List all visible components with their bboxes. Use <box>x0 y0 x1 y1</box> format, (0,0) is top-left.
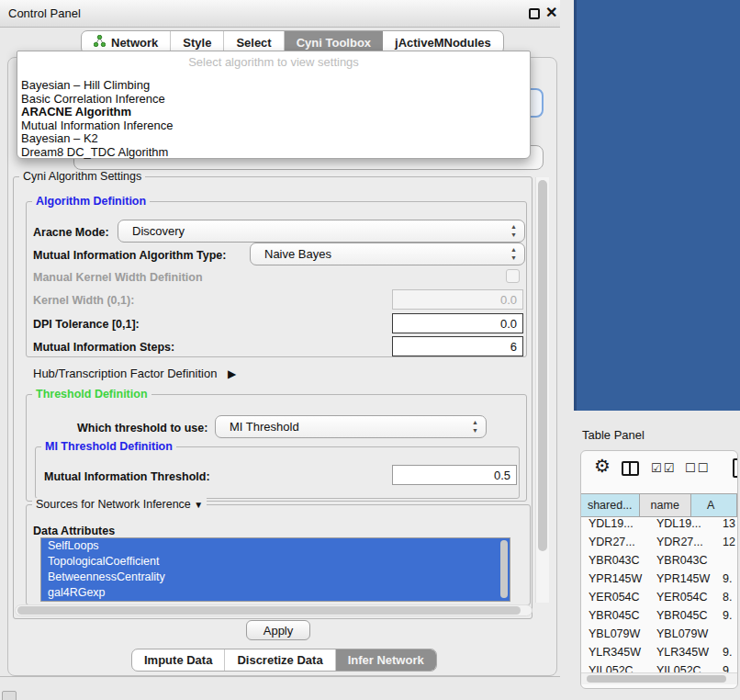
select-all-checkboxes-icon[interactable]: ☑☑ <box>651 461 676 475</box>
settings-horizontal-scrollbar[interactable] <box>15 604 533 616</box>
cell-value[interactable]: 8. <box>723 591 738 604</box>
which-threshold-select[interactable]: MI Threshold ▲▼ <box>215 415 487 438</box>
cell-name[interactable]: YPR145W <box>656 572 719 585</box>
which-threshold-label: Which threshold to use: <box>77 422 207 435</box>
combo-arrows-icon: ▲▼ <box>472 418 478 435</box>
cell-value[interactable]: 9. <box>723 646 738 659</box>
table-row[interactable]: YDL19... YDL19... 13 <box>581 517 737 536</box>
table-row[interactable]: YBL079W YBL079W <box>581 627 737 646</box>
cell-name[interactable]: YLR345W <box>656 646 719 659</box>
apply-button[interactable]: Apply <box>246 620 310 640</box>
cell-name[interactable]: YBL079W <box>656 627 719 640</box>
deselect-all-checkboxes-icon[interactable]: ☐☐ <box>685 461 710 475</box>
algorithm-dropdown-popup: Select algorithm to view settings Bayesi… <box>17 51 531 159</box>
float-window-button[interactable] <box>529 8 540 19</box>
cell-shared-name[interactable]: YER054C <box>589 591 653 604</box>
bottom-tabbar: Impute Data Discretize Data Infer Networ… <box>131 649 437 672</box>
tab-jactivemnodules-label: jActiveMNodules <box>395 36 491 50</box>
table-horizontal-scrollbar[interactable] <box>581 672 737 684</box>
dpi-tolerance-field[interactable]: 0.0 <box>392 313 523 333</box>
data-attribute-item[interactable]: TopologicalCoefficient <box>41 554 510 570</box>
column-header-name[interactable]: name <box>640 494 691 516</box>
cell-shared-name[interactable]: YDL19... <box>589 517 653 530</box>
hub-transcription-factor-label: Hub/Transcription Factor Definition <box>33 367 217 380</box>
data-attributes-label: Data Attributes <box>33 525 115 537</box>
algorithm-definition-title: Algorithm Definition <box>32 195 150 208</box>
table-panel: ⚙ ☑☑ ☐☐ shared... name A YDL19... YDL19.… <box>580 450 738 689</box>
gear-icon[interactable]: ⚙ <box>594 455 611 477</box>
algorithm-option[interactable]: Dream8 DC_TDC Algorithm <box>21 146 526 160</box>
mi-algorithm-type-value: Naive Bayes <box>264 247 331 261</box>
collapse-down-icon: ▼ <box>194 500 203 510</box>
split-columns-icon[interactable] <box>622 461 639 476</box>
table-panel-title: Table Panel <box>582 428 645 442</box>
cell-name[interactable]: YER054C <box>656 591 719 604</box>
control-panel-titlebar: Control Panel ✕ <box>0 0 560 28</box>
algorithm-dropdown-placeholder: Select algorithm to view settings <box>17 55 530 69</box>
algorithm-option[interactable]: Mutual Information Inference <box>21 119 526 133</box>
manual-kernel-width-checkbox[interactable] <box>506 269 520 283</box>
mi-algorithm-type-select[interactable]: Naive Bayes ▲▼ <box>250 243 525 265</box>
dpi-tolerance-label: DPI Tolerance [0,1]: <box>33 318 140 331</box>
mi-threshold-label: Mutual Information Threshold: <box>44 470 210 483</box>
attributes-scrollbar[interactable] <box>500 540 508 598</box>
cell-name[interactable]: YDL19... <box>656 517 719 530</box>
mi-steps-label: Mutual Information Steps: <box>33 341 174 354</box>
window-grip[interactable] <box>2 691 17 700</box>
table-row[interactable]: YPR145W YPR145W 9. <box>581 572 737 591</box>
table-row[interactable]: YBR043C YBR043C <box>581 554 737 572</box>
expand-right-icon: ▶ <box>228 367 236 380</box>
aracne-mode-select[interactable]: Discovery ▲▼ <box>118 220 525 243</box>
threshold-definition-title: Threshold Definition <box>32 388 151 401</box>
table-row[interactable]: YDR27... YDR27... 12 <box>581 536 737 554</box>
cell-value[interactable]: 12 <box>723 536 738 548</box>
settings-horizontal-scrollbar-thumb[interactable] <box>17 606 521 615</box>
mi-steps-field[interactable]: 6 <box>392 336 523 356</box>
table-horizontal-scrollbar-thumb[interactable] <box>587 675 726 683</box>
algorithm-option[interactable]: Bayesian – K2 <box>21 132 526 146</box>
cell-name[interactable]: YDR27... <box>656 536 719 548</box>
data-attributes-list: SelfLoops TopologicalCoefficient Between… <box>40 537 510 602</box>
algorithm-option[interactable]: Basic Correlation Inference <box>21 93 526 107</box>
aracne-mode-value: Discovery <box>132 224 185 238</box>
cell-value[interactable]: 9. <box>723 572 738 585</box>
cell-value[interactable]: 13 <box>723 517 738 530</box>
mi-threshold-value: 0.5 <box>494 469 510 482</box>
table-row[interactable]: YER054C YER054C 8. <box>581 591 737 609</box>
tab-select-label: Select <box>236 36 271 50</box>
column-header-shared-name[interactable]: shared... <box>581 494 640 516</box>
data-attribute-item[interactable]: SelfLoops <box>41 538 510 554</box>
algorithm-option-selected[interactable]: ARACNE Algorithm <box>21 106 526 119</box>
settings-vertical-scrollbar[interactable] <box>535 177 549 603</box>
cell-shared-name[interactable]: YDR27... <box>589 536 653 548</box>
algorithm-option[interactable]: Bayesian – Hill Climbing <box>21 79 526 93</box>
cell-shared-name[interactable]: YBR043C <box>589 554 653 567</box>
mi-steps-value: 6 <box>510 340 517 354</box>
mi-threshold-field[interactable]: 0.5 <box>392 465 517 485</box>
cell-value[interactable]: 9. <box>723 609 738 622</box>
cell-shared-name[interactable]: YBL079W <box>589 627 653 640</box>
table-row[interactable]: YBR045C YBR045C 9. <box>581 609 737 627</box>
cell-name[interactable]: YBR045C <box>656 609 719 622</box>
cell-shared-name[interactable]: YLR345W <box>589 646 653 659</box>
column-header-clipped[interactable]: A <box>691 494 737 516</box>
tab-discretize-data[interactable]: Discretize Data <box>225 649 335 671</box>
data-attribute-item[interactable]: gal4RGexp <box>41 585 510 601</box>
manual-kernel-width-label: Manual Kernel Width Definition <box>33 271 203 284</box>
data-attribute-item[interactable]: BetweennessCentrality <box>41 570 510 585</box>
tab-impute-data[interactable]: Impute Data <box>132 649 225 671</box>
tab-discretize-data-label: Discretize Data <box>237 653 322 667</box>
cell-name[interactable]: YBR043C <box>656 554 719 567</box>
close-icon[interactable]: ✕ <box>545 4 557 21</box>
table-row[interactable]: YLR345W YLR345W 9. <box>581 646 737 664</box>
settings-vertical-scrollbar-thumb[interactable] <box>538 180 547 551</box>
cell-shared-name[interactable]: YPR145W <box>589 572 653 585</box>
sources-group-title[interactable]: Sources for Network Inference ▼ <box>32 498 207 511</box>
hub-transcription-factor-section[interactable]: Hub/Transcription Factor Definition ▶ <box>33 367 236 380</box>
kernel-width-field[interactable]: 0.0 <box>392 289 523 310</box>
cell-shared-name[interactable]: YBR045C <box>589 609 653 622</box>
tab-infer-network[interactable]: Infer Network <box>336 649 436 671</box>
tab-cyni-toolbox-label: Cyni Toolbox <box>297 36 371 50</box>
document-icon[interactable] <box>733 458 738 478</box>
kernel-width-label: Kernel Width (0,1): <box>33 294 134 307</box>
